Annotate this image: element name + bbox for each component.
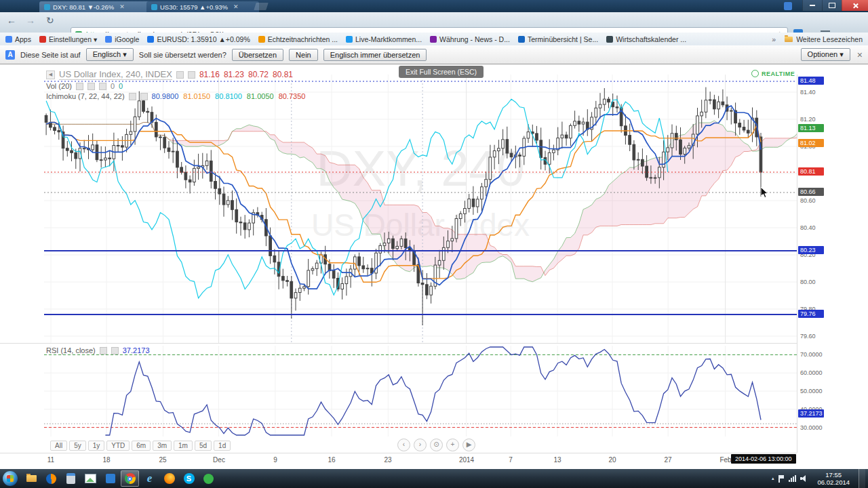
rsi-pane[interactable] <box>44 346 797 436</box>
indicator-close-icon[interactable] <box>99 83 106 90</box>
legend-eye-icon[interactable] <box>176 71 184 79</box>
indicator-settings-icon[interactable] <box>111 347 119 354</box>
volume-label[interactable]: Vol (20) <box>46 82 72 90</box>
exit-fullscreen-tooltip: Exit Full Screen (ESC) <box>399 66 484 78</box>
collapse-header-icon[interactable]: ◀ <box>46 70 55 79</box>
range-button-1m[interactable]: 1m <box>174 441 193 451</box>
bookmark-item[interactable]: Echtzeitnachrichten ... <box>258 35 338 43</box>
indicator-settings-icon[interactable] <box>140 93 148 100</box>
bookmark-item[interactable]: Währung - News - D... <box>430 35 510 43</box>
legend-settings-icon[interactable] <box>188 71 195 79</box>
taskbar-icon-app-blue[interactable] <box>101 470 119 487</box>
taskbar-icon-skype[interactable]: S <box>180 470 198 487</box>
range-button-1y[interactable]: 1y <box>88 441 105 451</box>
zoom-in-button[interactable]: + <box>446 439 459 451</box>
taskbar-icon-firefox[interactable] <box>160 470 178 487</box>
bookmark-favicon <box>5 36 12 43</box>
taskbar-icon-ie[interactable]: e <box>140 470 159 487</box>
bookmark-item[interactable]: Live-Marktkommen... <box>346 35 422 43</box>
indicator-eye-icon[interactable] <box>100 347 107 354</box>
time-tick: 18 <box>102 456 110 464</box>
bookmark-favicon <box>430 36 437 43</box>
range-button-3m[interactable]: 3m <box>153 441 172 451</box>
tray-expand-icon[interactable]: ▴ <box>772 476 774 481</box>
maximize-button[interactable] <box>822 0 842 11</box>
options-dropdown[interactable]: Optionen ▾ <box>801 48 850 61</box>
other-bookmarks[interactable]: » Weitere Lesezeichen <box>766 35 868 43</box>
price-badge: 80.81 <box>798 167 824 176</box>
price-tick: 79.60 <box>800 333 816 340</box>
go-to-realtime-button[interactable]: ▶ <box>462 439 475 451</box>
tab-close-icon[interactable]: ✕ <box>119 3 125 10</box>
taskbar-icon-chrome[interactable] <box>121 470 139 487</box>
ichimoku-value: 81.0050 <box>247 92 274 100</box>
system-tray: ▴ 17:55 06.02.2014 <box>772 469 868 488</box>
range-button-ytd[interactable]: YTD <box>106 441 130 451</box>
bookmark-item[interactable]: EURUSD: 1.35910 ▲+0.09% <box>147 35 250 43</box>
pan-right-button[interactable]: › <box>414 439 427 451</box>
start-button[interactable] <box>3 471 18 486</box>
always-translate-button[interactable]: Englisch immer übersetzen <box>323 49 427 61</box>
price-tick: 80.00 <box>800 279 816 285</box>
price-badge: 81.13 <box>798 124 824 132</box>
bookmark-item[interactable]: Einstellungen ▾ <box>39 35 97 43</box>
taskbar-icon-explorer[interactable] <box>22 470 41 487</box>
bookmark-item[interactable]: iGoogle <box>105 35 139 43</box>
reset-zoom-button[interactable]: ⊙ <box>430 439 443 451</box>
language-dropdown[interactable]: Englisch ▾ <box>86 48 134 61</box>
taskbar-icon-media-player[interactable] <box>42 470 60 487</box>
bookmark-label: Wirtschaftskalender ... <box>616 35 686 43</box>
bookmark-item[interactable]: Wirtschaftskalender ... <box>606 35 686 43</box>
tab-dxy[interactable]: DXY: 80.81 ▼-0.26% ✕ <box>39 1 152 12</box>
time-tick: Dec <box>213 456 225 464</box>
minimize-button[interactable] <box>802 0 822 11</box>
taskbar-clock[interactable]: 17:55 06.02.2014 <box>813 471 854 486</box>
taskbar-icon-app-green[interactable] <box>199 470 218 487</box>
network-icon[interactable] <box>789 475 795 482</box>
rsi-value: 37.2173 <box>123 346 150 354</box>
forward-icon[interactable]: → <box>26 15 35 26</box>
taskbar-icon-calculator[interactable] <box>62 470 80 487</box>
show-desktop-button[interactable] <box>859 469 865 488</box>
range-button-5y[interactable]: 5y <box>69 441 86 451</box>
action-center-flag-icon[interactable] <box>778 475 784 483</box>
bookmark-favicon <box>346 36 353 43</box>
symbol-title[interactable]: US Dollar Index, 240, INDEX <box>59 69 172 80</box>
indicator-eye-icon[interactable] <box>129 93 136 100</box>
infobar-close-icon[interactable]: × <box>857 49 863 60</box>
range-button-all[interactable]: All <box>50 441 67 451</box>
reload-icon[interactable]: ↻ <box>46 15 54 26</box>
ichimoku-label[interactable]: Ichimoku (7, 22, 44, 22) <box>46 92 125 100</box>
indicator-eye-icon[interactable] <box>76 83 83 90</box>
new-tab-button[interactable] <box>254 3 269 10</box>
pane-separator[interactable] <box>0 343 797 344</box>
bookmark-favicon <box>147 36 154 43</box>
time-axis-separator <box>0 453 797 453</box>
price-badge: 79.76 <box>798 310 824 318</box>
extension-icon[interactable] <box>784 2 792 10</box>
bookmarks-overflow-icon[interactable]: » <box>772 35 776 43</box>
volume-icon[interactable] <box>800 475 808 482</box>
rsi-label[interactable]: RSI (14, close) <box>46 346 96 354</box>
range-button-5d[interactable]: 5d <box>195 441 212 451</box>
clock-time: 17:55 <box>817 471 850 479</box>
bookmark-label: Live-Marktkommen... <box>355 35 422 43</box>
translate-icon: A <box>5 50 15 60</box>
translate-button[interactable]: Übersetzen <box>232 49 283 61</box>
range-button-6m[interactable]: 6m <box>132 441 151 451</box>
back-icon[interactable]: ← <box>7 15 16 26</box>
rsi-tick: 50.0000 <box>800 388 823 394</box>
chart-nav-buttons: ‹›⊙+▶ <box>397 439 475 451</box>
tab-us30[interactable]: US30: 15579 ▲+0.93% ✕ <box>146 1 259 12</box>
indicator-settings-icon[interactable] <box>87 83 95 90</box>
range-button-1d[interactable]: 1d <box>214 441 231 451</box>
bookmark-item[interactable]: Apps <box>5 35 31 43</box>
no-button[interactable]: Nein <box>289 49 318 61</box>
price-pane[interactable] <box>44 75 797 343</box>
tab-close-icon[interactable]: ✕ <box>233 3 239 10</box>
pan-left-button[interactable]: ‹ <box>397 439 410 451</box>
bookmark-favicon <box>39 36 46 43</box>
bookmark-item[interactable]: Terminübersicht | Se... <box>518 35 598 43</box>
close-button[interactable] <box>842 0 868 11</box>
taskbar-icon-image-viewer[interactable] <box>81 470 100 487</box>
